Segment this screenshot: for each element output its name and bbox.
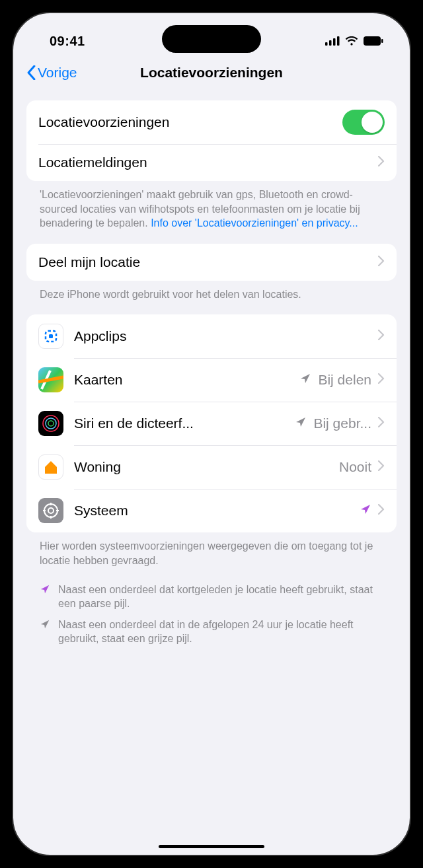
toggle-label: Locatievoorzieningen bbox=[38, 114, 342, 130]
home-icon bbox=[38, 454, 63, 480]
legend-purple-text: Naast een onderdeel dat kortgeleden je l… bbox=[58, 583, 383, 611]
app-row-siri[interactable]: Siri en de dicteerf... Bij gebr... bbox=[26, 402, 397, 445]
home-indicator[interactable] bbox=[159, 845, 264, 848]
status-time: 09:41 bbox=[50, 34, 85, 49]
svg-rect-5 bbox=[381, 39, 383, 43]
group-main: Locatievoorzieningen Locatiemeldingen bbox=[26, 100, 397, 181]
svg-rect-7 bbox=[49, 334, 53, 338]
app-value: Bij delen bbox=[318, 372, 371, 388]
location-arrow-purple-icon bbox=[360, 503, 371, 518]
legend-purple: Naast een onderdeel dat kortgeleden je l… bbox=[40, 583, 383, 611]
app-label: Siri en de dicteerf... bbox=[74, 416, 295, 431]
app-value: Bij gebr... bbox=[313, 416, 371, 431]
legend-grey: Naast een onderdeel dat in de afgelopen … bbox=[40, 618, 383, 646]
location-arrow-grey-icon bbox=[299, 373, 311, 387]
system-icon bbox=[38, 498, 63, 523]
wifi-icon bbox=[345, 36, 358, 46]
group-apps: Appclips Kaarten Bij delen bbox=[26, 314, 397, 532]
location-services-toggle-row[interactable]: Locatievoorzieningen bbox=[26, 100, 397, 144]
device-frame: 09:41 Vorige Locatievoorzieningen bbox=[0, 0, 423, 868]
apps-footer: Hier worden systeemvoorzieningen weergeg… bbox=[26, 532, 397, 567]
app-row-home[interactable]: Woning Nooit bbox=[26, 445, 397, 489]
svg-rect-3 bbox=[337, 36, 340, 46]
location-arrow-purple-icon bbox=[40, 584, 50, 611]
back-label: Vorige bbox=[38, 65, 77, 81]
location-alerts-row[interactable]: Locatiemeldingen bbox=[26, 144, 397, 181]
alerts-label: Locatiemeldingen bbox=[38, 155, 378, 170]
app-label: Kaarten bbox=[74, 372, 299, 388]
maps-icon bbox=[38, 367, 63, 392]
appclips-icon bbox=[38, 324, 63, 349]
privacy-link[interactable]: Info over 'Locatievoorzieningen' en priv… bbox=[151, 217, 358, 229]
battery-icon bbox=[364, 36, 383, 46]
dynamic-island bbox=[162, 25, 261, 53]
chevron-right-icon bbox=[378, 373, 385, 386]
cellular-signal-icon bbox=[325, 36, 340, 46]
app-row-appclips[interactable]: Appclips bbox=[26, 314, 397, 358]
app-value: Nooit bbox=[339, 459, 371, 475]
back-button[interactable]: Vorige bbox=[26, 65, 77, 81]
share-location-row[interactable]: Deel mijn locatie bbox=[26, 244, 397, 281]
app-row-system[interactable]: Systeem bbox=[26, 489, 397, 532]
chevron-right-icon bbox=[378, 330, 385, 343]
siri-icon bbox=[38, 411, 63, 436]
group-share: Deel mijn locatie bbox=[26, 244, 397, 281]
svg-point-9 bbox=[46, 418, 56, 429]
svg-rect-1 bbox=[329, 40, 332, 46]
chevron-right-icon bbox=[378, 504, 385, 517]
location-services-toggle[interactable] bbox=[342, 110, 385, 135]
chevron-right-icon bbox=[378, 156, 385, 169]
legend: Naast een onderdeel dat kortgeleden je l… bbox=[26, 568, 397, 646]
chevron-right-icon bbox=[378, 460, 385, 474]
chevron-right-icon bbox=[378, 256, 385, 269]
location-arrow-grey-icon bbox=[40, 619, 50, 646]
app-label: Woning bbox=[74, 459, 339, 475]
location-arrow-grey-icon bbox=[295, 416, 307, 431]
svg-rect-0 bbox=[325, 42, 328, 46]
main-footer: 'Locatievoorzieningen' maakt gebruik van… bbox=[26, 181, 397, 231]
app-label: Appclips bbox=[74, 328, 378, 344]
svg-point-11 bbox=[44, 504, 58, 517]
content: Locatievoorzieningen Locatiemeldingen 'L… bbox=[13, 100, 410, 646]
status-icons bbox=[325, 36, 383, 46]
svg-point-12 bbox=[48, 508, 54, 513]
screen: 09:41 Vorige Locatievoorzieningen bbox=[12, 12, 411, 856]
chevron-left-icon bbox=[26, 65, 36, 80]
app-row-maps[interactable]: Kaarten Bij delen bbox=[26, 358, 397, 402]
chevron-right-icon bbox=[378, 417, 385, 430]
app-label: Systeem bbox=[74, 503, 360, 519]
nav-bar: Vorige Locatievoorzieningen bbox=[13, 59, 410, 90]
svg-point-10 bbox=[48, 421, 54, 426]
page-title: Locatievoorzieningen bbox=[140, 65, 283, 81]
svg-rect-4 bbox=[364, 36, 381, 46]
svg-rect-2 bbox=[333, 38, 336, 46]
legend-grey-text: Naast een onderdeel dat in de afgelopen … bbox=[58, 618, 383, 646]
share-footer: Deze iPhone wordt gebruikt voor het dele… bbox=[26, 281, 397, 302]
toggle-knob bbox=[362, 112, 383, 133]
share-label: Deel mijn locatie bbox=[38, 254, 378, 270]
